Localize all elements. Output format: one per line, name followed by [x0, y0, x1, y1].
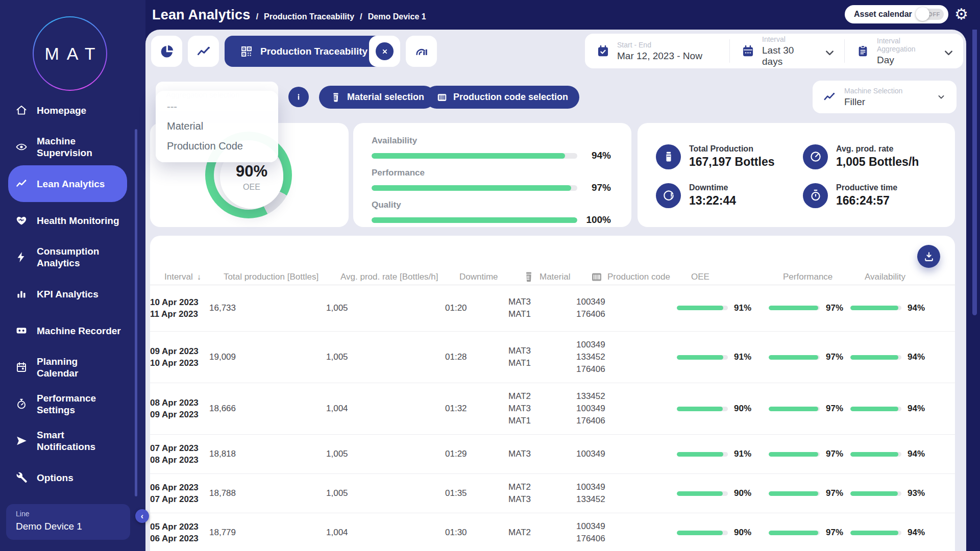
download-button[interactable]: [917, 245, 940, 268]
clock-alert-icon: [656, 183, 681, 208]
info-button[interactable]: [288, 87, 309, 107]
trend-view-button[interactable]: [188, 36, 219, 67]
sidebar-item-homepage[interactable]: Homepage: [8, 92, 127, 129]
row-bar-fill: [850, 452, 898, 457]
date-range-value: Mar 12, 2023 - Now: [617, 51, 702, 62]
sidebar-scrollbar[interactable]: [135, 129, 137, 496]
sidebar-item-planning[interactable]: Planning Calendar: [8, 349, 127, 386]
send-icon: [15, 435, 28, 447]
column-header-label: Downtime: [459, 272, 498, 282]
production-code-cell: 100349176406: [576, 520, 677, 545]
column-header-avg-prod-rate-bottles-h-[interactable]: Avg. prod. rate [Bottles/h]: [340, 272, 459, 282]
table-row[interactable]: 06 Apr 202307 Apr 202318,7881,00501:35MA…: [150, 474, 955, 513]
row-bar-track: [769, 531, 820, 535]
column-header-interval[interactable]: Interval↓: [164, 272, 224, 282]
asset-calendar-toggle[interactable]: OFF: [917, 9, 944, 20]
column-header-performance[interactable]: Performance: [783, 272, 865, 282]
sidebar-item-options[interactable]: Options: [8, 459, 127, 496]
machine-selection-label: Machine Selection: [844, 87, 928, 95]
production-code-value: 133452: [576, 390, 677, 403]
gauge-report-button[interactable]: [406, 36, 437, 67]
material-cell: MAT3MAT1: [508, 345, 576, 369]
settings-gear-icon[interactable]: ⚙: [954, 4, 968, 24]
column-header-label: Performance: [783, 272, 832, 282]
sidebar-item-label: Homepage: [37, 105, 86, 116]
production-code-cell: 100349133452176406: [576, 339, 677, 375]
interval-date: 08 Apr 2023: [150, 454, 209, 466]
table-row[interactable]: 09 Apr 202310 Apr 202319,0091,00501:28MA…: [150, 332, 955, 383]
production-code-value: 133452: [576, 493, 677, 506]
column-header-material[interactable]: Material: [523, 271, 591, 284]
production-code-value: 176406: [576, 308, 677, 320]
home-icon: [15, 104, 28, 116]
stat-label: Downtime: [689, 183, 736, 192]
total-production-cell: 19,009: [209, 352, 326, 362]
column-header-production-code[interactable]: Production code: [591, 271, 691, 284]
row-bar-fill: [769, 306, 818, 310]
column-header-downtime[interactable]: Downtime: [459, 272, 523, 282]
interval-cell: 09 Apr 202310 Apr 2023: [150, 345, 209, 369]
table-row[interactable]: 10 Apr 202311 Apr 202316,7331,00501:20MA…: [150, 285, 955, 332]
sidebar-item-machine-recorder[interactable]: Machine Recorder: [8, 312, 127, 349]
row-bar-track: [850, 491, 901, 496]
sort-descending-icon[interactable]: ↓: [197, 272, 201, 282]
toggle-knob: [916, 7, 929, 21]
interval-cell: 10 Apr 202311 Apr 2023: [150, 296, 209, 320]
sidebar-item-health-monitoring[interactable]: Health Monitoring: [8, 202, 127, 239]
table-row[interactable]: 07 Apr 202308 Apr 202318,8181,00501:29MA…: [150, 435, 955, 474]
downtime-cell: 01:28: [445, 352, 508, 362]
interval-control[interactable]: Interval Last 30 days: [729, 39, 844, 63]
breadcrumb-device[interactable]: Demo Device 1: [368, 12, 426, 21]
sidebar-item-performance[interactable]: Performance Settings: [8, 386, 127, 422]
aggregation-control[interactable]: Interval Aggregation Day: [844, 39, 963, 63]
breadcrumb-section[interactable]: Production Traceability: [264, 12, 354, 21]
material-value: MAT2: [508, 481, 576, 493]
sidebar-item-machine[interactable]: Machine Supervision: [8, 129, 127, 165]
material-value: MAT3: [508, 493, 576, 506]
row-bar-fill: [677, 491, 723, 496]
line-device-name: Demo Device 1: [16, 521, 130, 532]
row-bar-fill: [677, 452, 723, 457]
material-cell: MAT2MAT3MAT1: [508, 390, 576, 427]
page-scrollbar[interactable]: [972, 19, 977, 315]
downtime-cell: 01:20: [445, 303, 508, 313]
production-traceability-tab[interactable]: Production Traceability: [225, 36, 383, 67]
column-header-total-production-bottles-[interactable]: Total production [Bottles]: [224, 272, 340, 282]
dropdown-option-none[interactable]: ---: [156, 101, 278, 113]
sidebar-collapse-button[interactable]: ‹: [135, 509, 149, 523]
sidebar-item-smart[interactable]: Smart Notifications: [8, 422, 127, 459]
sidebar-item-consumption[interactable]: Consumption Analytics: [8, 239, 127, 276]
line-device-card[interactable]: Line Demo Device 1: [6, 504, 130, 540]
interval-date: 10 Apr 2023: [150, 357, 209, 369]
material-selection-button[interactable]: Material selection: [319, 86, 435, 109]
row-bar-fill: [850, 407, 898, 411]
production-code-value: 100349: [576, 403, 677, 415]
column-header-oee[interactable]: OEE: [691, 272, 783, 282]
row-bar-track: [677, 306, 728, 310]
stat-downtime: Downtime13:22:44: [656, 176, 803, 215]
row-bar-fill: [769, 355, 818, 360]
date-range-control[interactable]: Start - End Mar 12, 2023 - Now: [585, 39, 729, 63]
machine-selection-field[interactable]: Machine Selection Filler: [813, 81, 957, 113]
interval-date: 06 Apr 2023: [150, 482, 209, 493]
production-code-selection-button[interactable]: Production code selection: [425, 86, 579, 109]
material-icon: [330, 92, 341, 103]
stat-label: Avg. prod. rate: [836, 144, 919, 154]
page-title: Lean Analytics: [152, 7, 250, 23]
dropdown-option-material[interactable]: Material: [156, 120, 278, 132]
row-bar-fill: [769, 452, 818, 457]
breadcrumb: Lean Analytics / Production Traceability…: [152, 7, 426, 23]
clear-view-button[interactable]: [369, 36, 400, 67]
column-header-availability[interactable]: Availability: [865, 272, 941, 282]
sidebar-item-lean-analytics[interactable]: Lean Analytics: [8, 165, 127, 202]
sidebar-item-kpi-analytics[interactable]: KPI Analytics: [8, 276, 127, 312]
downtime-cell: 01:32: [445, 404, 508, 414]
pie-view-button[interactable]: [151, 36, 182, 67]
apq-bars-card: Availability94%Performance97%Quality100%: [353, 123, 631, 227]
table-row[interactable]: 05 Apr 202306 Apr 202318,7791,00401:30MA…: [150, 513, 955, 551]
pie-chart-icon: [159, 44, 175, 59]
dropdown-option-production-code[interactable]: Production Code: [156, 140, 278, 152]
table-row[interactable]: 08 Apr 202309 Apr 202318,6661,00401:32MA…: [150, 383, 955, 435]
material-cell: MAT2: [508, 527, 576, 539]
production-code-value: 100349: [576, 339, 677, 351]
